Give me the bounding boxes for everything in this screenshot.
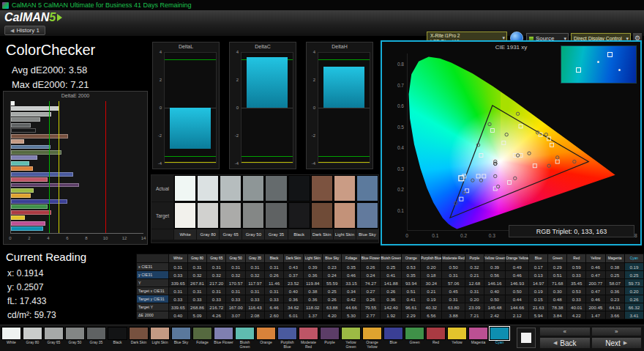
- patch-button-Gray 50[interactable]: Gray 50: [65, 327, 85, 350]
- axis-tick: 0.8: [397, 62, 404, 67]
- measured-point: [479, 179, 482, 182]
- patch-label: Yellow Green: [341, 340, 361, 349]
- row-label: Target Y: [137, 303, 169, 311]
- cell: 66.32: [624, 303, 643, 311]
- history-tab[interactable]: ◀ History 1: [4, 26, 45, 35]
- axis-tick: 2: [160, 78, 162, 82]
- patch-button-Yellow Green[interactable]: Yellow Green: [341, 327, 361, 350]
- cell: 2.42: [484, 311, 505, 319]
- cell: 0.51: [402, 287, 421, 295]
- patch-button-Gray 65[interactable]: Gray 65: [44, 327, 64, 350]
- patch-button-White[interactable]: White: [1, 327, 21, 350]
- patch-button-Red[interactable]: Red: [426, 327, 446, 350]
- cell: 0.32: [226, 271, 245, 279]
- measured-point: [488, 122, 491, 125]
- deltae-chart-panel[interactable]: DeltaE 2000 02468101214: [3, 91, 148, 245]
- patch-button-Orange Yellow[interactable]: Orange Yellow: [362, 327, 382, 350]
- cell: 96.61: [402, 303, 421, 311]
- cell: 2.12: [506, 311, 529, 319]
- cell: 14.97: [529, 279, 548, 287]
- swatch-grid[interactable]: ActualTargetWhiteGray 80Gray 65Gray 50Gr…: [151, 174, 379, 243]
- axis-tick: 4: [313, 50, 315, 54]
- target-swatch-Dark Skin: [311, 202, 333, 229]
- deltac-chart-panel[interactable]: DeltaC 420-2-4: [229, 42, 296, 169]
- green-ref-line: [318, 156, 370, 157]
- cell: 1.47: [586, 311, 605, 319]
- swatch-name: Gray 50: [242, 229, 264, 240]
- deltal-chart-panel[interactable]: DeltaL 420-2-4: [152, 42, 220, 169]
- cell: 0.33: [245, 295, 264, 303]
- patch-button-Gray 80[interactable]: Gray 80: [23, 327, 42, 350]
- next-button[interactable]: Next▶: [591, 337, 643, 349]
- patch-button-Cyan[interactable]: Cyan: [490, 327, 509, 350]
- deltae-bar: [11, 172, 73, 177]
- deltal-title: DeltaL: [153, 43, 219, 49]
- cell: 23.52: [284, 279, 304, 287]
- measured-point: [516, 112, 519, 115]
- actual-swatch-Gray 50: [242, 175, 264, 202]
- patch-label: Gray 80: [23, 340, 42, 349]
- patch-button-Blue Flower[interactable]: Blue Flower: [214, 327, 233, 350]
- patch-button-Moderate Red[interactable]: Moderate Red: [299, 327, 318, 350]
- cell: 0.25: [381, 263, 402, 271]
- max-de2000: Max dE2000: 7.21: [12, 79, 89, 90]
- target-point: [550, 143, 553, 147]
- pattern-window-button[interactable]: [517, 328, 536, 348]
- patch-button-Gray 35[interactable]: Gray 35: [86, 327, 106, 350]
- cell: 0.20: [465, 295, 484, 303]
- deltae-bar: [11, 106, 59, 111]
- cell: 0.33: [207, 295, 226, 303]
- app-icon: [2, 2, 9, 9]
- cell: 200.77: [586, 279, 605, 287]
- col-header: Blue: [529, 254, 548, 263]
- deltae-xticks: 02468101214: [10, 236, 143, 242]
- patch-label: Bluish Green: [235, 340, 255, 349]
- patch-button-Green[interactable]: Green: [405, 327, 424, 350]
- patch-swatch: [129, 327, 149, 340]
- cell: 0.46: [342, 271, 361, 279]
- cell: 0.31: [207, 287, 226, 295]
- measured-point: [514, 177, 517, 180]
- deltah-chart-panel[interactable]: DeltaH 420-2-4: [306, 42, 373, 169]
- gray-ref-line: [318, 108, 370, 108]
- cell: 0.46: [586, 263, 605, 271]
- actual-swatch-White: [174, 175, 196, 202]
- patch-button-Magenta[interactable]: Magenta: [468, 327, 488, 350]
- row-label: y CIE31: [137, 271, 169, 279]
- deltah-plot: [318, 52, 370, 163]
- cell: 58.07: [605, 279, 624, 287]
- deltae-bar: [11, 215, 25, 220]
- deltae-bar: [11, 161, 29, 166]
- axis-tick: -4: [158, 161, 162, 166]
- skip-back-button[interactable]: «: [539, 327, 591, 336]
- cie-chart-panel[interactable]: CIE 1931 xy 00.10.20.30.40.50.60.70.8 0.…: [381, 40, 642, 245]
- deltac-bar: [247, 57, 288, 108]
- next-label: Next: [605, 339, 621, 347]
- patch-button-Foliage[interactable]: Foliage: [192, 327, 212, 350]
- cell: 0.46: [506, 271, 529, 279]
- patch-button-Orange[interactable]: Orange: [256, 327, 276, 350]
- patch-button-Purplish Blue[interactable]: Purplish Blue: [277, 327, 297, 350]
- patch-swatch: [214, 327, 233, 340]
- cell: 78.38: [548, 303, 567, 311]
- patch-button-Light Skin[interactable]: Light Skin: [150, 327, 170, 350]
- patch-swatch: [150, 327, 170, 340]
- cell: 0.45: [442, 287, 465, 295]
- patch-button-Dark Skin[interactable]: Dark Skin: [129, 327, 149, 350]
- patch-button-Blue Sky[interactable]: Blue Sky: [171, 327, 191, 350]
- col-header: Purplish Blue: [421, 254, 442, 263]
- cell: 3.41: [624, 311, 643, 319]
- back-button[interactable]: ◀Back: [539, 337, 591, 349]
- patch-button-Purple[interactable]: Purple: [320, 327, 340, 350]
- row-label-actual: Actual: [151, 175, 173, 202]
- cell: 116.43: [245, 303, 264, 311]
- patch-button-Yellow[interactable]: Yellow: [447, 327, 467, 350]
- skip-forward-button[interactable]: »: [591, 327, 643, 336]
- cell: 0.42: [342, 295, 361, 303]
- axis-tick: 0.4: [397, 145, 404, 150]
- patch-button-Black[interactable]: Black: [108, 327, 127, 350]
- patch-button-Bluish Green[interactable]: Bluish Green: [235, 327, 255, 350]
- cell: 0.41: [381, 271, 402, 279]
- patch-label: Dark Skin: [129, 340, 149, 349]
- patch-button-Blue[interactable]: Blue: [383, 327, 403, 350]
